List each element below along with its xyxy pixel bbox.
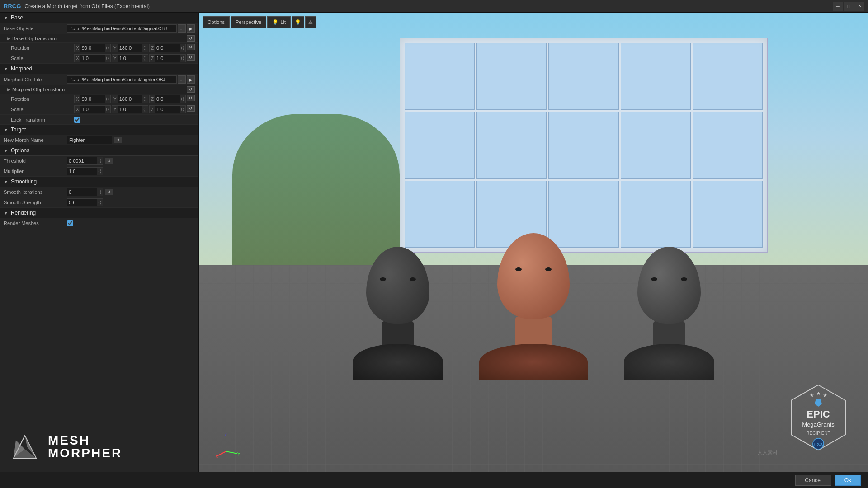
base-rotation-z-spin[interactable]: ⟨⟩ xyxy=(180,44,185,52)
viewport[interactable]: Options Perspective 💡 Lit 💡 ⚠ xyxy=(199,13,868,472)
base-rotation-x-spin[interactable]: ⟨⟩ xyxy=(105,44,110,52)
smooth-iterations-input[interactable] xyxy=(67,189,97,195)
smooth-strength-spin[interactable]: ⟨⟩ xyxy=(97,199,103,206)
morphed-transform-reset-button[interactable]: ↺ xyxy=(187,86,195,93)
morphed-rotation-z-input[interactable] xyxy=(155,96,180,102)
base-obj-file-input[interactable] xyxy=(67,24,177,33)
perspective-button[interactable]: Perspective xyxy=(231,16,266,28)
morphed-transform-arrow-icon: ▶ xyxy=(7,87,10,92)
base-rotation-x-field: X ⟨⟩ xyxy=(74,44,111,52)
morphed-transform-header[interactable]: ▶ Morphed Obj Transform ↺ xyxy=(0,85,198,94)
base-obj-action-button[interactable]: ▶ xyxy=(187,24,195,33)
viewport-toolbar: Options Perspective 💡 Lit 💡 ⚠ xyxy=(203,16,316,28)
lock-transform-checkbox[interactable] xyxy=(74,117,80,123)
head-right xyxy=(624,247,714,380)
base-rotation-y-spin[interactable]: ⟨⟩ xyxy=(142,44,148,52)
logo-area: MESH MORPHER xyxy=(0,422,198,472)
morphed-rotation-z-spin[interactable]: ⟨⟩ xyxy=(180,95,185,103)
morphed-obj-action-button[interactable]: ▶ xyxy=(187,75,195,84)
morphed-scale-reset-button[interactable]: ↺ xyxy=(187,105,195,112)
ok-button[interactable]: Ok xyxy=(835,475,861,486)
new-morph-name-reset-button[interactable]: ↺ xyxy=(114,137,122,143)
threshold-input-wrap: ⟨⟩ xyxy=(67,157,103,165)
base-scale-x-input[interactable] xyxy=(80,56,105,61)
options-section-header[interactable]: ▼ Options xyxy=(0,145,198,156)
multiplier-row: Multiplier ⟨⟩ xyxy=(0,166,198,177)
lit-label: Lit xyxy=(280,19,286,25)
close-button[interactable]: ✕ xyxy=(854,2,864,11)
smooth-iterations-spin[interactable]: ⟨⟩ xyxy=(97,188,103,196)
render-meshes-checkbox[interactable] xyxy=(67,220,73,226)
morphed-scale-x-spin[interactable]: ⟨⟩ xyxy=(105,106,110,113)
base-obj-browse-button[interactable]: ... xyxy=(178,24,186,33)
morphed-rotation-reset-button[interactable]: ↺ xyxy=(187,95,195,101)
target-section-header[interactable]: ▼ Target xyxy=(0,125,198,135)
main-content: ▼ Base Base Obj File ... ▶ ▶ Base Obj Tr… xyxy=(0,13,868,472)
head-left-eye-right xyxy=(410,277,416,281)
morphed-scale-z-spin[interactable]: ⟨⟩ xyxy=(180,106,185,113)
base-scale-y-spin[interactable]: ⟨⟩ xyxy=(142,55,148,62)
smooth-iterations-reset-button[interactable]: ↺ xyxy=(105,189,113,195)
threshold-label: Threshold xyxy=(4,158,67,164)
rendering-section-header[interactable]: ▼ Rendering xyxy=(0,208,198,218)
base-transform-reset-button[interactable]: ↺ xyxy=(187,35,195,42)
base-scale-z-field: Z ⟨⟩ xyxy=(149,54,186,62)
base-transform-header[interactable]: ▶ Base Obj Transform ↺ xyxy=(0,34,198,43)
new-morph-name-input[interactable] xyxy=(67,136,112,144)
cancel-button[interactable]: Cancel xyxy=(795,475,831,486)
threshold-reset-button[interactable]: ↺ xyxy=(105,158,113,164)
window-4 xyxy=(621,43,691,110)
morphed-section-header[interactable]: ▼ Morphed xyxy=(0,64,198,74)
base-obj-file-label: Base Obj File xyxy=(4,26,67,31)
morphed-rotation-x-label: X xyxy=(75,95,80,103)
base-arrow-icon: ▼ xyxy=(4,15,8,20)
threshold-spin[interactable]: ⟨⟩ xyxy=(97,157,103,164)
head-center-eye-right xyxy=(545,267,552,271)
base-scale-reset-button[interactable]: ↺ xyxy=(187,54,195,61)
base-rotation-reset-button[interactable]: ↺ xyxy=(187,44,195,50)
morphed-obj-browse-button[interactable]: ... xyxy=(178,75,186,84)
morphed-scale-y-input[interactable] xyxy=(118,107,142,112)
base-scale-x-spin[interactable]: ⟨⟩ xyxy=(105,55,110,62)
base-rotation-x-label: X xyxy=(75,44,80,52)
threshold-row: Threshold ⟨⟩ ↺ xyxy=(0,156,198,166)
base-transform-arrow-icon: ▶ xyxy=(7,36,10,41)
base-rotation-x-input[interactable] xyxy=(80,45,105,51)
morphed-rotation-x-spin[interactable]: ⟨⟩ xyxy=(105,95,110,103)
badge-svg: ★ ★ ★ EPIC MegaGrants RECIPIENT RRCG xyxy=(782,381,854,454)
base-scale-z-spin[interactable]: ⟨⟩ xyxy=(180,55,185,62)
new-morph-name-label: New Morph Name xyxy=(4,137,67,143)
lit-button[interactable]: 💡 Lit xyxy=(267,16,291,28)
morphed-rotation-y-field: Y ⟨⟩ xyxy=(112,95,148,103)
morphed-scale-x-input[interactable] xyxy=(80,107,105,112)
viewport-icon1-button[interactable]: 💡 xyxy=(292,16,304,28)
base-scale-z-input[interactable] xyxy=(155,56,180,61)
morphed-scale-z-input[interactable] xyxy=(155,107,180,112)
base-rotation-z-input[interactable] xyxy=(155,45,180,51)
minimize-button[interactable]: ─ xyxy=(833,2,843,11)
maximize-button[interactable]: □ xyxy=(844,2,854,11)
smoothing-section-header[interactable]: ▼ Smoothing xyxy=(0,177,198,187)
svg-text:★: ★ xyxy=(823,392,828,399)
options-button[interactable]: Options xyxy=(203,16,230,28)
threshold-value: ⟨⟩ ↺ xyxy=(67,157,195,165)
base-section-header[interactable]: ▼ Base xyxy=(0,13,198,23)
head-center xyxy=(479,233,588,380)
threshold-input[interactable] xyxy=(67,158,97,164)
morphed-obj-file-input[interactable] xyxy=(67,75,177,84)
base-rotation-z-label: Z xyxy=(150,44,155,52)
morphed-rotation-x-input[interactable] xyxy=(80,96,105,102)
svg-text:RECIPIENT: RECIPIENT xyxy=(806,431,830,436)
viewport-icon2-button[interactable]: ⚠ xyxy=(305,16,316,28)
base-scale-y-input[interactable] xyxy=(118,56,142,61)
smooth-iterations-row: Smooth Iterations ⟨⟩ ↺ xyxy=(0,187,198,197)
base-rotation-y-input[interactable] xyxy=(118,45,142,51)
morphed-scale-y-spin[interactable]: ⟨⟩ xyxy=(142,106,148,113)
morphed-rotation-y-input[interactable] xyxy=(118,96,142,102)
morphed-rotation-y-spin[interactable]: ⟨⟩ xyxy=(142,95,148,103)
multiplier-input[interactable] xyxy=(67,169,97,174)
smooth-strength-input[interactable] xyxy=(67,200,97,205)
multiplier-spin[interactable]: ⟨⟩ xyxy=(97,168,103,175)
svg-line-6 xyxy=(226,451,237,454)
logo-text-area: MESH MORPHER xyxy=(48,434,122,460)
